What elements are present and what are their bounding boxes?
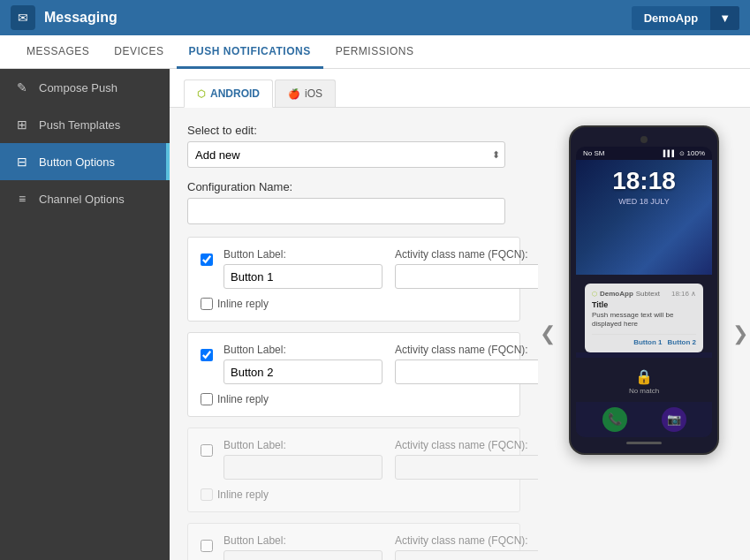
select-label: Select to edit: bbox=[187, 124, 520, 137]
button-group-4-row: Button Label: Activity class name (FQCN)… bbox=[201, 534, 507, 560]
app-title: Messaging bbox=[44, 10, 117, 26]
no-match-text: No match bbox=[629, 387, 659, 395]
tab-ios[interactable]: 🍎 iOS bbox=[275, 79, 336, 107]
config-name-label: Configuration Name: bbox=[187, 180, 520, 193]
button-group-2: Button Label: Activity class name (FQCN)… bbox=[187, 332, 520, 417]
button-3-activity-input bbox=[395, 455, 538, 480]
battery-text: 100% bbox=[687, 149, 705, 157]
tab-permissions[interactable]: PERMISSIONS bbox=[323, 36, 427, 69]
nav-tabs: MESSAGES DEVICES PUSH NOTIFICATIONS PERM… bbox=[0, 35, 750, 69]
compose-icon: ✎ bbox=[14, 79, 30, 95]
phone-dock-phone: 📞 bbox=[602, 407, 627, 432]
phone-area: ❮ No SM ▌▌▌ ⊙ 100% bbox=[538, 108, 750, 560]
button-label-4-text: Button Label: bbox=[223, 534, 383, 547]
main-layout: ✎ Compose Push ⊞ Push Templates ⊟ Button… bbox=[0, 69, 750, 560]
button-label-3-text: Button Label: bbox=[223, 439, 383, 451]
button-3-label-input bbox=[223, 455, 383, 480]
notif-expand-icon: ∧ bbox=[691, 290, 696, 298]
select-to-edit-section: Select to edit: Add new ⬍ bbox=[187, 124, 520, 168]
inline-reply-1-label: Inline reply bbox=[217, 298, 269, 310]
button-2-fields: Button Label: Activity class name (FQCN)… bbox=[223, 344, 538, 384]
content-area: ⬡ ANDROID 🍎 iOS Select to edit: Add new bbox=[170, 69, 750, 560]
app-name[interactable]: DemoApp bbox=[632, 6, 710, 30]
phone-bottom-bar: 📞 📷 bbox=[576, 402, 712, 437]
button-label-2-text: Button Label: bbox=[223, 344, 383, 356]
envelope-icon: ✉ bbox=[18, 11, 28, 25]
phone-screen: No SM ▌▌▌ ⊙ 100% 18:18 WED 18 JULY bbox=[576, 147, 712, 437]
button-4-checkbox[interactable] bbox=[201, 540, 213, 552]
button-1-checkbox[interactable] bbox=[201, 254, 213, 266]
button-1-label-field: Button Label: bbox=[223, 248, 383, 289]
config-name-section: Configuration Name: bbox=[187, 180, 520, 224]
checkbox-4-wrapper bbox=[201, 540, 213, 552]
button-group-3-row: Button Label: Activity class name (FQCN)… bbox=[201, 439, 507, 480]
button-1-label-input[interactable] bbox=[223, 264, 383, 289]
button-1-activity-input[interactable] bbox=[395, 264, 538, 289]
phone-notification: ⬡ DemoApp Subtext 18:16 ∧ Titl bbox=[585, 284, 703, 352]
notif-text: Push message text will be displayed here bbox=[592, 311, 696, 329]
config-name-input[interactable] bbox=[187, 198, 505, 224]
form-area: Select to edit: Add new ⬍ Configuration … bbox=[170, 108, 538, 560]
sidebar-item-compose-push[interactable]: ✎ Compose Push bbox=[0, 69, 170, 106]
notif-android-dot: ⬡ bbox=[592, 291, 597, 298]
button-group-2-row: Button Label: Activity class name (FQCN)… bbox=[201, 344, 507, 384]
button-group-3: Button Label: Activity class name (FQCN)… bbox=[187, 428, 520, 512]
app-selector-arrow[interactable]: ▼ bbox=[710, 6, 739, 30]
tab-devices[interactable]: DEVICES bbox=[102, 36, 176, 69]
inline-reply-1-row: Inline reply bbox=[201, 298, 507, 310]
camera-icon: 📷 bbox=[667, 412, 681, 426]
lock-icon: 🔒 bbox=[635, 368, 653, 385]
app-icon: ✉ bbox=[11, 5, 35, 30]
inline-reply-2-checkbox[interactable] bbox=[201, 393, 213, 405]
activity-label-4-text: Activity class name (FQCN): bbox=[395, 534, 538, 547]
phone-status-bar: No SM ▌▌▌ ⊙ 100% bbox=[576, 147, 712, 160]
button-3-checkbox[interactable] bbox=[201, 444, 213, 457]
templates-icon: ⊞ bbox=[14, 117, 30, 132]
sidebar-item-button-options[interactable]: ⊟ Button Options bbox=[0, 143, 170, 180]
button-2-checkbox[interactable] bbox=[201, 349, 213, 361]
inline-reply-3-checkbox bbox=[201, 488, 213, 501]
sidebar-item-push-templates[interactable]: ⊞ Push Templates bbox=[0, 106, 170, 143]
top-header: ✉ Messaging DemoApp ▼ bbox=[0, 0, 750, 35]
notif-button-1[interactable]: Button 1 bbox=[633, 338, 662, 346]
app-selector-wrapper[interactable]: DemoApp ▼ bbox=[632, 6, 739, 30]
button-group-1-row: Button Label: Activity class name (FQCN)… bbox=[201, 248, 507, 289]
button-4-label-field: Button Label: bbox=[223, 534, 383, 560]
sidebar: ✎ Compose Push ⊞ Push Templates ⊟ Button… bbox=[0, 69, 170, 560]
button-4-activity-input bbox=[395, 550, 538, 560]
button-group-1: Button Label: Activity class name (FQCN)… bbox=[187, 237, 520, 322]
phone-time: 18:18 bbox=[612, 167, 676, 195]
button-4-activity-field: Activity class name (FQCN): bbox=[395, 534, 538, 560]
phone-mockup: No SM ▌▌▌ ⊙ 100% 18:18 WED 18 JULY bbox=[569, 125, 719, 455]
button-3-fields: Button Label: Activity class name (FQCN)… bbox=[223, 439, 538, 480]
sidebar-item-channel-options[interactable]: ≡ Channel Options bbox=[0, 180, 170, 217]
button-1-fields: Button Label: Activity class name (FQCN)… bbox=[223, 248, 538, 289]
notif-subtext: Subtext bbox=[636, 290, 660, 298]
inline-reply-3-row: Inline reply bbox=[201, 488, 507, 501]
header-left: ✉ Messaging bbox=[11, 5, 117, 30]
button-options-icon: ⊟ bbox=[14, 154, 30, 170]
wifi-icon: ⊙ bbox=[679, 150, 685, 157]
phone-next-button[interactable]: ❯ bbox=[732, 322, 748, 345]
tab-android[interactable]: ⬡ ANDROID bbox=[184, 79, 273, 108]
phone-prev-button[interactable]: ❮ bbox=[540, 322, 556, 345]
tab-messages[interactable]: MESSAGES bbox=[14, 36, 102, 69]
checkbox-1-wrapper bbox=[201, 254, 213, 266]
button-2-activity-field: Activity class name (FQCN): bbox=[395, 344, 538, 384]
sidebar-item-label-compose: Compose Push bbox=[39, 81, 117, 95]
checkbox-3-wrapper bbox=[201, 444, 213, 457]
apple-icon: 🍎 bbox=[288, 88, 300, 100]
notif-header: ⬡ DemoApp Subtext 18:16 ∧ bbox=[592, 290, 696, 298]
tab-push-notifications[interactable]: PUSH NOTIFICATIONS bbox=[177, 36, 323, 69]
button-group-4: Button Label: Activity class name (FQCN)… bbox=[187, 523, 520, 560]
signal-icon: ▌▌▌ bbox=[663, 150, 677, 156]
phone-dock-camera: 📷 bbox=[662, 407, 686, 432]
inline-reply-1-checkbox[interactable] bbox=[201, 298, 213, 310]
notif-button-2[interactable]: Button 2 bbox=[668, 338, 696, 346]
button-2-activity-input[interactable] bbox=[395, 359, 538, 384]
edit-select[interactable]: Add new bbox=[187, 141, 505, 168]
button-4-label-input bbox=[223, 550, 383, 560]
button-2-label-input[interactable] bbox=[223, 359, 383, 384]
button-3-label-field: Button Label: bbox=[223, 439, 383, 480]
phone-icon: 📞 bbox=[608, 412, 622, 426]
